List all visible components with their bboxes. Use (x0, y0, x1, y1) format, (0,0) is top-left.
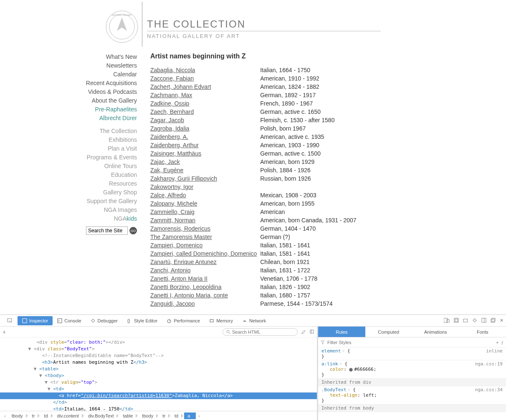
artist-info: Polish, born 1967 (260, 124, 359, 133)
search-input[interactable] (86, 226, 128, 235)
devtools-toggle-frames-icon[interactable] (454, 318, 459, 324)
artist-link[interactable]: Zamorensis, Rodericus (150, 225, 210, 232)
devtools-tab-style-editor[interactable]: {}Style Editor (122, 316, 162, 325)
devtools-tab-memory[interactable]: Memory (205, 316, 238, 325)
breadcrumb-prev-icon[interactable]: ‹ (2, 413, 8, 418)
sidebar-link[interactable]: Pre-Raphaelites (0, 105, 137, 114)
devtools-toggle-pseudo-icon[interactable]: ƒ (501, 340, 504, 345)
artist-link[interactable]: Zanetti, Anton Maria II (150, 275, 207, 282)
sidebar-link[interactable]: Calendar (0, 70, 137, 79)
artist-link[interactable]: Zagroba, Idalia (150, 125, 189, 132)
sidebar-link[interactable]: Education (0, 171, 137, 179)
search-go-button[interactable]: GO (129, 227, 137, 234)
breadcrumb-item[interactable]: tbody (8, 412, 29, 419)
sidebar-link[interactable]: NGA Images (0, 206, 137, 214)
sidebar-link[interactable]: Plan a Visit (0, 144, 137, 153)
devtools-tab-network[interactable]: Network (238, 316, 271, 325)
nga-seal-logo: NATIONAL GALLERY (105, 10, 139, 43)
sidebar-link[interactable]: Videos & Podcasts (0, 88, 137, 96)
devtools-responsive-icon[interactable] (444, 318, 450, 324)
artist-link[interactable]: Zampieri, Domenico (150, 242, 202, 249)
breadcrumb-next-icon[interactable]: › (196, 413, 202, 418)
sidebar-link[interactable]: Gallery Shop (0, 188, 137, 197)
sidebar-link[interactable]: Programs & Events (0, 153, 137, 162)
sidebar-link[interactable]: Exhibitions (0, 136, 137, 144)
artist-link[interactable]: Zadkine, Ossip (150, 100, 189, 107)
devtools-noscreenshot-icon[interactable] (463, 318, 468, 324)
artist-link[interactable]: Zammiello, Craig (150, 209, 195, 215)
breadcrumb-item[interactable]: a (184, 412, 196, 419)
devtools-add-rule-icon[interactable]: + (496, 340, 498, 345)
artist-link[interactable]: Zanetti I, Antonio Maria, conte (150, 292, 228, 299)
sidebar-link[interactable]: Albrecht Dürer (0, 114, 137, 123)
sidebar-link[interactable]: Support the Gallery (0, 197, 137, 206)
artist-link[interactable]: Zachmann, Max (150, 92, 192, 98)
devtools-sidebar-tab-rules[interactable]: Rules (318, 327, 365, 337)
artist-link[interactable]: The Zamorensis Master (150, 234, 212, 240)
devtools-tab-debugger[interactable]: Debugger (86, 316, 122, 325)
sidebar-link[interactable]: Newsletters (0, 61, 137, 70)
devtools-sidebar-tab-animations[interactable]: Animations (412, 327, 459, 337)
artist-link[interactable]: Zalopany, Michele (150, 200, 197, 207)
artist-link[interactable]: Zakowortny, Igor (150, 184, 193, 190)
artist-link[interactable]: Zaidenberg, A. (150, 133, 188, 140)
artist-link[interactable]: Zachert, Johann Edvart (150, 83, 211, 90)
sidebar-link[interactable]: About the Gallery (0, 96, 137, 105)
devtools-rules-view[interactable]: element☼ {inline } a:link☼ {nga.css:19 c… (318, 347, 506, 420)
artist-link[interactable]: Zakharov, Gurii Fillipovich (150, 175, 217, 182)
breadcrumb-item[interactable]: table (119, 412, 139, 419)
devtools-filter-styles-input[interactable] (327, 340, 493, 345)
sidebar-link[interactable]: Recent Acquisitions (0, 79, 137, 88)
artist-link[interactable]: Zagar, Jacob (150, 117, 184, 123)
sidebar-link[interactable]: Resources (0, 179, 137, 188)
artist-link[interactable]: Zammitt, Norman (150, 217, 195, 224)
breadcrumb-item[interactable]: td (171, 412, 184, 419)
devtools-tab-console[interactable]: Console (53, 316, 86, 325)
sidebar-link[interactable]: What's New (0, 53, 137, 61)
table-row: Zalce, AlfredoMexican, 1908 - 2003 (150, 191, 360, 199)
breadcrumb-item[interactable]: tr (159, 412, 171, 419)
devtools-sidebar-tab-computed[interactable]: Computed (365, 327, 412, 337)
table-row: Zakowortny, Igor (150, 183, 360, 191)
devtools-dock-side-icon[interactable] (481, 318, 486, 324)
sidebar-link[interactable]: Online Tours (0, 162, 137, 171)
artist-link[interactable]: Zaccone, Fabian (150, 75, 194, 82)
artist-link[interactable]: Zaidenberg, Arthur (150, 142, 199, 148)
artist-link[interactable]: Zaech, Bernhard (150, 108, 194, 115)
artist-link[interactable]: Zanchi, Antonio (150, 267, 191, 274)
artist-info: Italian, 1581 - 1641 (260, 249, 359, 258)
devtools-eyedropper-icon[interactable] (309, 329, 314, 335)
devtools-markup-view[interactable]: <div style="clear: both;"></div> ▼ <div … (0, 337, 317, 411)
artist-link[interactable]: Zaisinger, Matthäus (150, 150, 201, 157)
breadcrumb-item[interactable]: tr (29, 412, 41, 419)
svg-rect-3 (8, 319, 12, 322)
devtools-settings-icon[interactable] (472, 318, 477, 324)
artist-link[interactable]: Zanartú, Enrique Antunez (150, 259, 217, 265)
devtools-popout-icon[interactable] (491, 318, 496, 324)
artist-link[interactable]: Zanguidi, Jacopo (150, 300, 195, 307)
devtools-inspect-node-icon[interactable] (3, 316, 17, 325)
artist-link[interactable]: Zabaglia, Niccola (150, 67, 195, 73)
artist-link[interactable]: Zajac, Jack (150, 158, 180, 165)
artist-link[interactable]: Zanetti Borzino, Leopoldina (150, 284, 221, 290)
sidebar-link[interactable]: The Collection (0, 127, 137, 136)
devtools-add-node-icon[interactable]: + (3, 329, 6, 335)
breadcrumb-item[interactable]: div.content (54, 412, 85, 419)
table-row: Zanetti, Anton Maria IIVenetian, 1706 - … (150, 274, 360, 283)
devtools-tab-inspector[interactable]: Inspector (18, 316, 53, 325)
devtools-sidebar-tab-fonts[interactable]: Fonts (459, 327, 506, 337)
artist-link[interactable]: Zalce, Alfredo (150, 192, 186, 199)
breadcrumb-item[interactable]: div.BodyText (85, 412, 120, 419)
devtools-tab-performance[interactable]: Performance (162, 316, 205, 325)
devtools-close-icon[interactable]: ✕ (500, 318, 503, 323)
sidebar-link-ngakids[interactable]: NGAkids (0, 214, 137, 223)
artist-link[interactable]: Zak, Eugène (150, 167, 183, 174)
breadcrumb-item[interactable]: td (40, 412, 53, 419)
devtools-breadcrumbs[interactable]: ‹ tbodytrtddiv.contentdiv.BodyTexttablet… (0, 411, 317, 420)
devtools-edit-html-icon[interactable] (301, 329, 306, 335)
table-row: Zagroba, IdaliaPolish, born 1967 (150, 124, 360, 133)
devtools-html-search[interactable] (223, 328, 298, 336)
breadcrumb-item[interactable]: tbody (139, 412, 159, 419)
artist-link[interactable]: Zampieri, called Domenichino, Domenico (150, 250, 257, 257)
devtools-html-search-input[interactable] (232, 329, 291, 334)
